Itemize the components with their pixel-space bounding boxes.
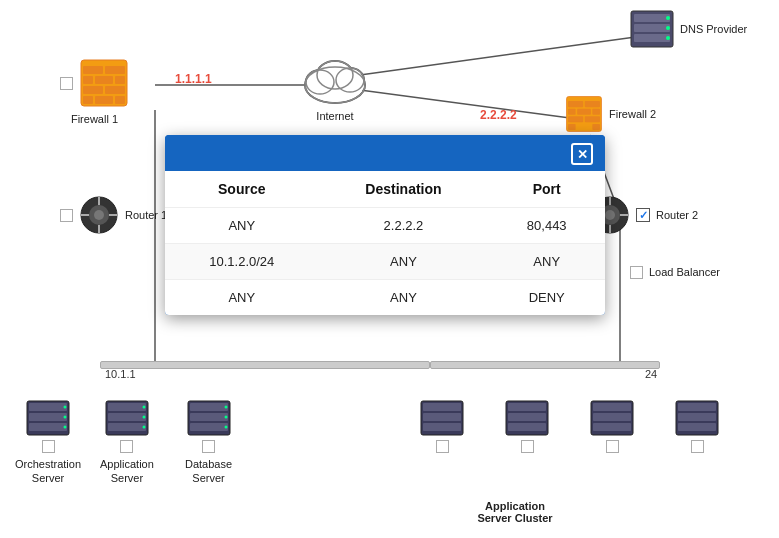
cluster-server2-icon (505, 400, 549, 436)
router2-checkbox[interactable]: ✓ (636, 208, 650, 222)
svg-rect-62 (29, 403, 67, 411)
svg-point-67 (64, 426, 67, 429)
ip-firewall2: 2.2.2.2 (480, 108, 517, 122)
table-cell: 2.2.2.2 (319, 208, 489, 244)
svg-rect-89 (508, 423, 546, 431)
firewall2-label: Firewall 2 (609, 107, 656, 121)
node-cluster-server2 (505, 400, 549, 453)
svg-rect-11 (95, 76, 113, 84)
dns-label: DNS Provider (680, 22, 747, 36)
bar-right-label: 24 (645, 368, 657, 380)
svg-point-34 (666, 16, 670, 20)
svg-rect-96 (678, 413, 716, 421)
node-db-server: Database Server (185, 400, 232, 486)
modal-close-button[interactable]: ✕ (571, 143, 593, 165)
table-cell: ANY (165, 208, 319, 244)
svg-rect-39 (585, 101, 600, 107)
svg-rect-78 (190, 423, 228, 431)
modal-header: ✕ (165, 135, 605, 171)
col-destination: Destination (319, 171, 489, 208)
node-orch-server: Orchestration Server (15, 400, 81, 486)
node-firewall2: Firewall 2 (565, 95, 656, 133)
svg-rect-31 (634, 14, 670, 22)
cluster-server1-icon (420, 400, 464, 436)
svg-rect-84 (423, 413, 461, 421)
node-router2: ✓ Router 2 (590, 195, 698, 235)
node-cluster-server4 (675, 400, 719, 453)
table-cell: DENY (488, 280, 605, 316)
node-firewall1: Firewall 1 (60, 58, 129, 126)
svg-rect-38 (568, 101, 583, 107)
node-dns: DNS Provider (630, 10, 747, 48)
col-port: Port (488, 171, 605, 208)
internet-cloud-icon (300, 50, 370, 105)
table-row: ANY2.2.2.280,443 (165, 208, 605, 244)
firewall1-label: Firewall 1 (71, 112, 118, 126)
db-label: Database Server (185, 457, 232, 486)
svg-point-79 (224, 406, 227, 409)
svg-line-1 (360, 35, 650, 75)
firewall-rules-table: Source Destination Port ANY2.2.2.280,443… (165, 171, 605, 315)
node-cluster-server3 (590, 400, 634, 453)
svg-rect-15 (83, 96, 93, 104)
svg-rect-76 (190, 403, 228, 411)
app-checkbox[interactable] (120, 440, 133, 453)
cluster3-checkbox[interactable] (606, 440, 619, 453)
svg-rect-83 (423, 403, 461, 411)
svg-rect-91 (593, 403, 631, 411)
router1-checkbox[interactable] (60, 209, 73, 222)
loadbalancer-checkbox[interactable] (630, 266, 643, 279)
svg-point-72 (142, 406, 145, 409)
app-server-icon (105, 400, 149, 436)
orch-checkbox[interactable] (42, 440, 55, 453)
cluster-server4-icon (675, 400, 719, 436)
db-checkbox[interactable] (202, 440, 215, 453)
cluster2-checkbox[interactable] (521, 440, 534, 453)
node-app-server: Application Server (100, 400, 154, 486)
svg-rect-69 (108, 403, 146, 411)
svg-rect-97 (678, 423, 716, 431)
firewall1-checkbox[interactable] (60, 77, 73, 90)
svg-rect-71 (108, 423, 146, 431)
ip-firewall1: 1.1.1.1 (175, 72, 212, 86)
dns-server-icon (630, 10, 674, 48)
table-cell: 80,443 (488, 208, 605, 244)
network-diagram: Firewall 1 1.1.1.1 Internet (0, 0, 779, 538)
svg-rect-87 (508, 403, 546, 411)
cluster4-checkbox[interactable] (691, 440, 704, 453)
svg-point-56 (605, 210, 615, 220)
svg-rect-14 (105, 86, 125, 94)
svg-point-80 (224, 416, 227, 419)
svg-point-36 (666, 36, 670, 40)
table-cell: ANY (319, 280, 489, 316)
svg-rect-32 (634, 24, 670, 32)
table-cell: ANY (488, 244, 605, 280)
svg-point-49 (94, 210, 104, 220)
orch-label: Orchestration Server (15, 457, 81, 486)
svg-rect-44 (585, 116, 600, 122)
node-loadbalancer: Load Balancer (630, 265, 720, 279)
router1-label: Router 1 (125, 208, 167, 222)
network-bar-left (100, 361, 430, 369)
table-cell: ANY (319, 244, 489, 280)
svg-rect-46 (592, 124, 600, 130)
internet-label: Internet (316, 109, 353, 123)
node-internet: Internet (300, 50, 370, 123)
modal-body: Source Destination Port ANY2.2.2.280,443… (165, 171, 605, 315)
svg-rect-93 (593, 423, 631, 431)
svg-point-81 (224, 426, 227, 429)
firewall-rules-modal: ✕ Source Destination Port ANY2.2.2.280,4… (165, 135, 605, 315)
app-cluster-label: ApplicationServer Cluster (415, 500, 615, 524)
svg-rect-88 (508, 413, 546, 421)
svg-rect-42 (592, 109, 600, 115)
bar-left-label: 10.1.1 (105, 368, 136, 380)
svg-point-65 (64, 406, 67, 409)
cluster-server3-icon (590, 400, 634, 436)
svg-rect-10 (83, 76, 93, 84)
node-cluster-server1 (420, 400, 464, 453)
svg-rect-40 (568, 109, 576, 115)
svg-rect-95 (678, 403, 716, 411)
svg-rect-17 (115, 96, 125, 104)
cluster1-checkbox[interactable] (436, 440, 449, 453)
svg-rect-77 (190, 413, 228, 421)
